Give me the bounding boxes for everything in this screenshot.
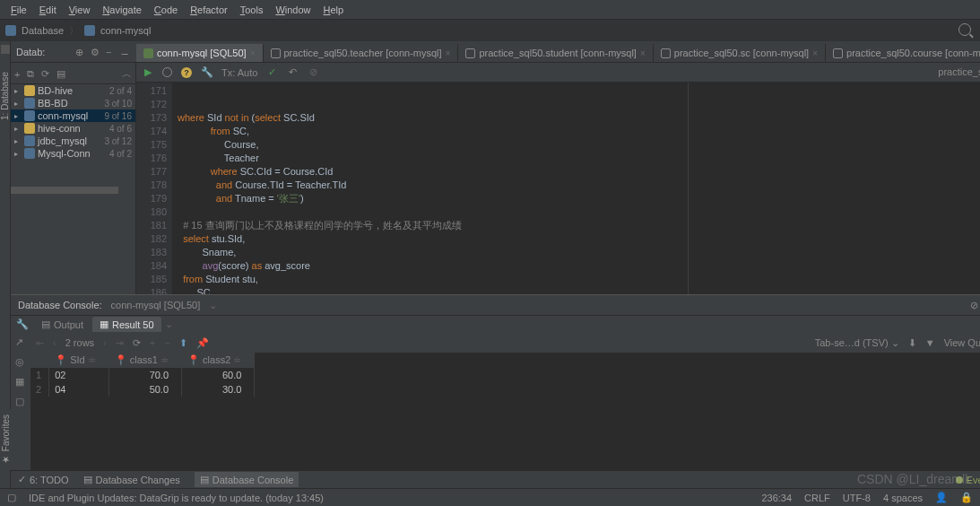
connection-icon bbox=[84, 25, 95, 36]
wrench-icon[interactable]: 🔧 bbox=[16, 318, 29, 330]
lock-icon[interactable]: 🔒 bbox=[960, 492, 973, 503]
breadcrumb-conn[interactable]: conn-mysql bbox=[100, 25, 151, 36]
first-page-icon[interactable]: ⇤ bbox=[36, 337, 44, 349]
prev-page-icon[interactable]: ‹ bbox=[53, 337, 56, 348]
line-separator[interactable]: CRLF bbox=[804, 493, 830, 503]
cursor-position[interactable]: 236:34 bbox=[761, 493, 792, 503]
expand-arrow-icon[interactable]: ▸ bbox=[14, 112, 22, 120]
result-grid[interactable]: 📍 SId ≑📍 class1 ≑📍 class2 ≑10270.060.020… bbox=[30, 353, 980, 470]
explain-icon[interactable]: ? bbox=[181, 67, 192, 78]
commit-icon[interactable]: ✓ bbox=[266, 66, 278, 78]
menu-tools[interactable]: Tools bbox=[235, 3, 269, 17]
menu-file[interactable]: FFileile bbox=[5, 3, 32, 17]
column-header[interactable]: 📍 class2 ≑ bbox=[182, 353, 255, 368]
hide-icon[interactable]: ‒ bbox=[121, 47, 131, 57]
console-context[interactable]: conn-mysql [SQL50] bbox=[111, 300, 201, 310]
add-icon[interactable]: + bbox=[14, 69, 20, 80]
datasource-icon bbox=[24, 98, 35, 109]
datasource-icon bbox=[24, 110, 35, 121]
close-tab-icon[interactable]: × bbox=[812, 48, 818, 58]
schema-selector[interactable]: practice_sql50 ⌄ bbox=[938, 66, 980, 78]
breadcrumb-root[interactable]: Database bbox=[22, 25, 64, 36]
editor-tab[interactable]: practice_sql50.teacher [conn-mysql]× bbox=[264, 44, 459, 62]
view-query-link[interactable]: View Query bbox=[944, 337, 980, 348]
filter-icon[interactable]: ▤ bbox=[56, 68, 65, 80]
grid-icon[interactable]: ▦ bbox=[15, 376, 26, 387]
target-icon[interactable]: ⊕ bbox=[75, 47, 85, 57]
menu-view[interactable]: View bbox=[64, 3, 96, 17]
format-selector[interactable]: Tab-se…d (TSV) ⌄ bbox=[815, 337, 899, 349]
last-page-icon[interactable]: ⇥ bbox=[116, 337, 124, 349]
tree-connection[interactable]: ▸jdbc_mysql3 of 12 bbox=[11, 135, 135, 147]
menu-window[interactable]: Window bbox=[270, 3, 316, 17]
event-log-link[interactable]: Event Log bbox=[967, 475, 980, 485]
menu-edit[interactable]: Edit bbox=[34, 3, 62, 17]
menu-navigate[interactable]: Navigate bbox=[97, 3, 146, 17]
tx-mode[interactable]: Tx: Auto bbox=[221, 67, 257, 78]
menu-code[interactable]: Code bbox=[149, 3, 183, 17]
commit-icon[interactable]: ⬆ bbox=[179, 337, 187, 349]
chevron-down-icon[interactable]: ⌄ bbox=[165, 318, 173, 330]
filter-icon[interactable]: ▼ bbox=[925, 337, 935, 348]
delete-row-icon[interactable]: − bbox=[164, 337, 169, 348]
search-icon[interactable] bbox=[958, 23, 971, 36]
inspections-icon[interactable]: 👤 bbox=[935, 492, 948, 503]
table-row[interactable]: 10270.060.0 bbox=[30, 368, 255, 382]
tool-db-changes[interactable]: ▤ Database Changes bbox=[83, 474, 180, 485]
chevron-up-icon[interactable]: ︿ bbox=[122, 67, 132, 81]
wrench-icon[interactable]: 🔧 bbox=[201, 66, 212, 78]
copy-icon[interactable]: ⧉ bbox=[27, 68, 34, 80]
tree-connection[interactable]: ▸BB-BD3 of 10 bbox=[11, 97, 135, 109]
column-header[interactable]: 📍 SId ≑ bbox=[49, 353, 109, 368]
close-tab-icon[interactable]: × bbox=[250, 48, 256, 58]
tree-connection[interactable]: ▸conn-mysql9 of 16 bbox=[11, 109, 135, 122]
history-icon[interactable] bbox=[162, 67, 172, 77]
editor-tab[interactable]: practice_sql50.sc [conn-mysql]× bbox=[654, 44, 826, 62]
close-tab-icon[interactable]: × bbox=[640, 48, 646, 58]
close-console-icon[interactable]: ⊘ bbox=[970, 300, 978, 311]
export-icon[interactable]: ⬇ bbox=[908, 337, 916, 349]
menu-refactor[interactable]: Refactor bbox=[185, 3, 233, 17]
editor-tab[interactable]: practice_sql50.student [conn-mysql]× bbox=[458, 44, 653, 62]
reload-icon[interactable]: ⟳ bbox=[133, 337, 141, 349]
expand-arrow-icon[interactable]: ▸ bbox=[14, 87, 22, 95]
close-tab-icon[interactable]: × bbox=[446, 48, 451, 58]
next-page-icon[interactable]: › bbox=[103, 337, 107, 348]
expand-arrow-icon[interactable]: ▸ bbox=[14, 125, 22, 133]
gear-icon[interactable]: ⚙ bbox=[91, 47, 100, 57]
scrollbar-horizontal[interactable] bbox=[11, 187, 118, 194]
chevron-down-icon[interactable]: ⌄ bbox=[209, 300, 217, 311]
navigate-icon[interactable]: ↗ bbox=[15, 336, 26, 347]
tab-output[interactable]: ▤ Output bbox=[34, 317, 91, 332]
expand-arrow-icon[interactable]: ▸ bbox=[14, 100, 22, 108]
expand-arrow-icon[interactable]: ▸ bbox=[14, 150, 22, 158]
play-icon[interactable]: ▶ bbox=[142, 66, 153, 78]
minimize-icon[interactable]: − bbox=[106, 47, 116, 57]
favorites-tool[interactable]: Favorites bbox=[0, 409, 12, 470]
left-label-database[interactable]: 1: Database bbox=[0, 72, 10, 120]
code-editor[interactable]: 1711721731741751761771781791801811821831… bbox=[136, 83, 980, 294]
refresh-icon[interactable]: ⟳ bbox=[41, 68, 49, 80]
menu-help[interactable]: Help bbox=[318, 3, 350, 17]
tab-result[interactable]: ▦ Result 50 bbox=[92, 317, 160, 332]
status-message[interactable]: IDE and Plugin Updates: DataGrip is read… bbox=[29, 493, 324, 503]
rollback-icon[interactable]: ↶ bbox=[287, 66, 299, 78]
tree-connection[interactable]: ▸hive-conn4 of 6 bbox=[11, 122, 135, 135]
cancel-icon[interactable]: ⊘ bbox=[308, 66, 319, 78]
table-row[interactable]: 20450.030.0 bbox=[30, 382, 255, 397]
indent-setting[interactable]: 4 spaces bbox=[883, 493, 923, 503]
tree-connection[interactable]: ▸Mysql-Conn4 of 2 bbox=[11, 147, 135, 160]
pin-icon[interactable]: 📌 bbox=[196, 337, 209, 349]
expand-arrow-icon[interactable]: ▸ bbox=[14, 137, 22, 145]
tree-connection[interactable]: ▸BD-hive2 of 4 bbox=[11, 84, 135, 97]
file-encoding[interactable]: UTF-8 bbox=[843, 493, 871, 503]
add-row-icon[interactable]: + bbox=[150, 337, 155, 348]
editor-tab[interactable]: practice_sql50.course [conn-mysql]× bbox=[826, 44, 980, 62]
expand-icon[interactable]: ▢ bbox=[15, 396, 26, 406]
target-icon[interactable]: ◎ bbox=[15, 356, 26, 367]
tool-todo[interactable]: ✓ 6: TODO bbox=[18, 474, 69, 485]
editor-tab[interactable]: conn-mysql [SQL50]× bbox=[136, 44, 264, 62]
database-tool-icon[interactable] bbox=[1, 45, 10, 54]
column-header[interactable]: 📍 class1 ≑ bbox=[108, 353, 181, 368]
tool-db-console[interactable]: ▤ Database Console bbox=[195, 472, 299, 487]
